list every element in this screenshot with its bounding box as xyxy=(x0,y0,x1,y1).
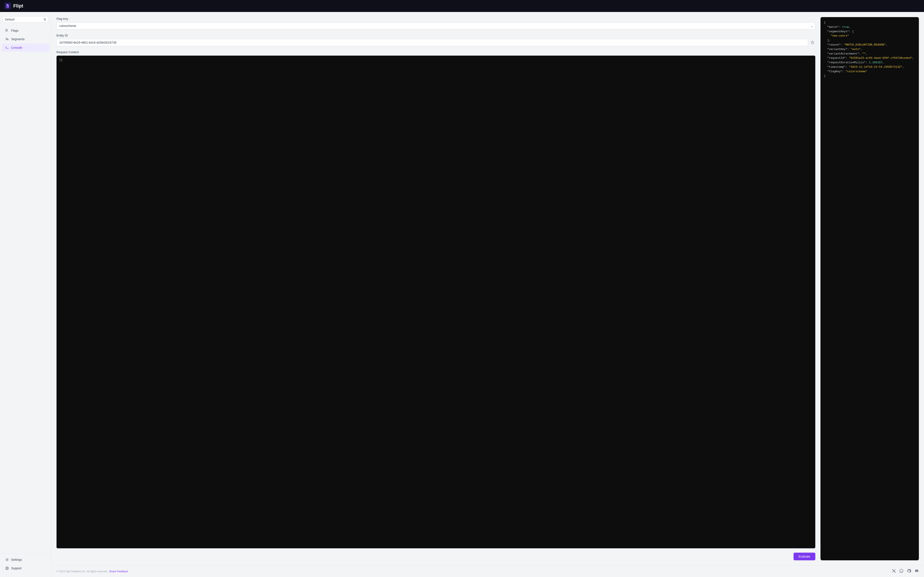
footer-left: © 2023 Flipt Software Inc. All rights re… xyxy=(57,570,128,573)
main-layout: Default ⇅ Flags xyxy=(0,12,924,577)
request-context-editor[interactable]: {} xyxy=(57,56,815,548)
top-navigation: Flipt xyxy=(0,0,924,12)
svg-point-1 xyxy=(6,38,7,39)
flag-key-label: Flag Key xyxy=(57,17,815,21)
twitter-icon[interactable] xyxy=(892,569,896,574)
entity-id-field-group: Entity ID xyxy=(57,34,815,46)
sidebar-item-flags[interactable]: Flags xyxy=(2,26,49,35)
sidebar-item-console[interactable]: Console xyxy=(2,44,49,52)
sidebar-item-segments-label: Segments xyxy=(11,37,24,41)
namespace-label: Default xyxy=(5,18,15,21)
context-editor-content: {} xyxy=(59,58,63,61)
settings-icon xyxy=(5,558,9,562)
discord-icon[interactable] xyxy=(914,569,919,574)
support-icon xyxy=(5,566,9,570)
footer-social-icons xyxy=(892,569,919,574)
flipt-logo-icon xyxy=(4,3,11,10)
sidebar-item-settings[interactable]: Settings xyxy=(2,556,49,564)
footer: © 2023 Flipt Software Inc. All rights re… xyxy=(51,566,924,577)
app-name: Flipt xyxy=(13,3,23,9)
svg-point-3 xyxy=(6,559,8,560)
refresh-entity-id-button[interactable] xyxy=(810,40,815,45)
flag-key-select[interactable]: colorscheme xyxy=(57,22,815,29)
console-area: Flag Key colorscheme ⌄ Entity ID xyxy=(51,12,924,566)
console-form-panel: Flag Key colorscheme ⌄ Entity ID xyxy=(57,17,815,560)
sidebar-navigation: Flags Segments xyxy=(0,26,51,551)
mastodon-icon[interactable] xyxy=(899,569,903,574)
namespace-chevron-icon: ⇅ xyxy=(44,18,46,21)
sidebar-item-console-label: Console xyxy=(11,46,22,49)
segments-icon xyxy=(5,37,9,41)
sidebar-item-support[interactable]: Support xyxy=(2,564,49,572)
entity-id-input-wrap xyxy=(57,39,815,46)
sidebar-item-flags-label: Flags xyxy=(11,29,18,32)
sidebar-item-settings-label: Settings xyxy=(11,558,22,561)
sidebar-item-segments[interactable]: Segments xyxy=(2,35,49,43)
evaluate-button[interactable]: Evaluate xyxy=(793,553,815,560)
share-feedback-link[interactable]: Share Feedback xyxy=(109,570,128,573)
flag-key-field-group: Flag Key colorscheme ⌄ xyxy=(57,17,815,29)
footer-copyright: © 2023 Flipt Software Inc. All rights re… xyxy=(57,570,108,573)
entity-id-label: Entity ID xyxy=(57,34,815,37)
flag-key-select-wrap: colorscheme ⌄ xyxy=(57,22,815,29)
github-icon[interactable] xyxy=(907,569,911,574)
namespace-selector[interactable]: Default ⇅ xyxy=(3,16,48,23)
request-context-field-group: Request Context {} xyxy=(57,50,815,548)
request-context-label: Request Context xyxy=(57,50,815,54)
entity-id-input[interactable] xyxy=(57,39,808,46)
evaluate-button-row: Evaluate xyxy=(57,553,815,560)
json-output: { "match": true, "segmentKeys": [ "new-u… xyxy=(824,21,916,78)
console-icon xyxy=(5,46,9,50)
refresh-icon xyxy=(811,40,814,44)
sidebar-item-support-label: Support xyxy=(11,567,22,570)
logo: Flipt xyxy=(4,3,23,10)
flag-icon xyxy=(5,29,9,32)
svg-point-2 xyxy=(8,39,8,40)
content-area: Flag Key colorscheme ⌄ Entity ID xyxy=(51,12,924,577)
sidebar-bottom: Settings Support xyxy=(0,553,51,574)
sidebar: Default ⇅ Flags xyxy=(0,12,51,577)
json-response-panel: { "match": true, "segmentKeys": [ "new-u… xyxy=(821,17,919,560)
